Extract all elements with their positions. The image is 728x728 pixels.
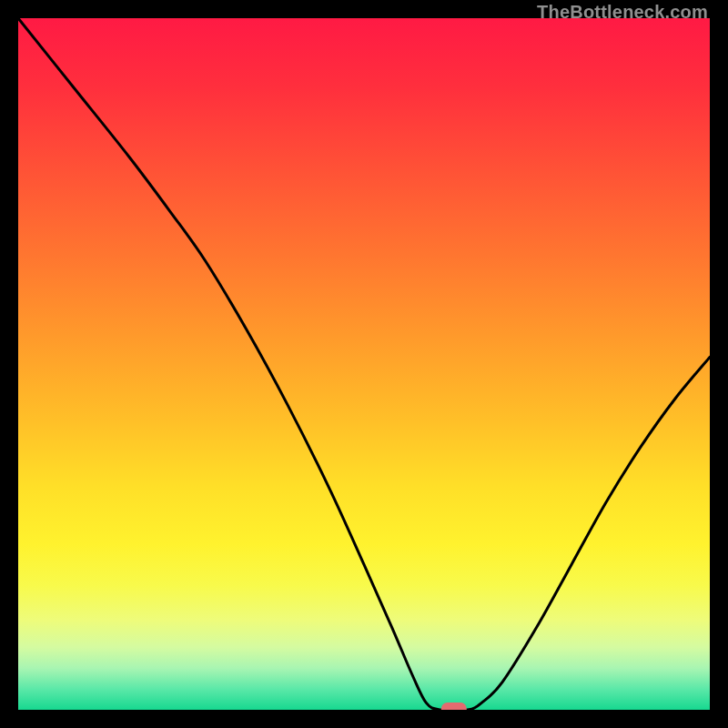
gradient-background <box>18 18 710 710</box>
chart-frame: TheBottleneck.com <box>0 0 728 728</box>
chart-svg <box>18 18 710 710</box>
plot-area <box>18 18 710 710</box>
optimal-marker <box>441 703 467 710</box>
watermark-text: TheBottleneck.com <box>537 2 708 23</box>
